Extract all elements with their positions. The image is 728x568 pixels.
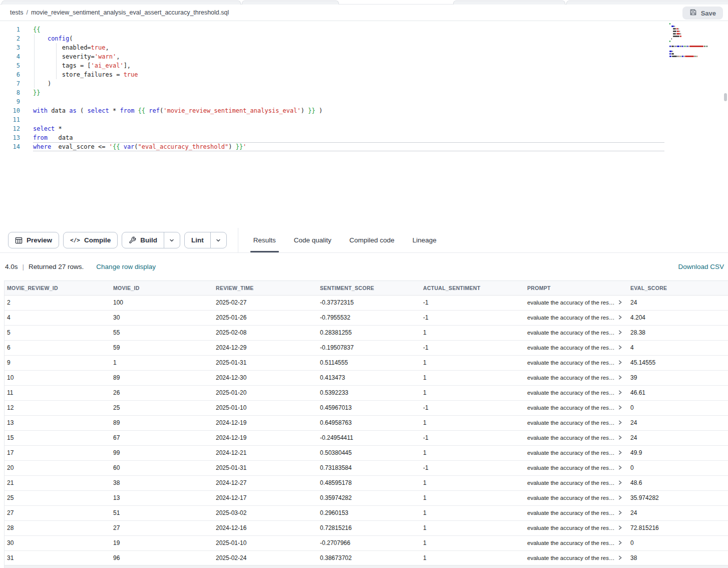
change-row-display-link[interactable]: Change row display: [96, 263, 156, 270]
table-cell: 10: [5, 371, 111, 385]
table-row: 28272024-12-160.728152161evaluate the ac…: [5, 521, 728, 536]
chevron-right-icon[interactable]: [617, 405, 623, 410]
table-cell: 27: [111, 521, 213, 535]
code-line[interactable]: 2 config(: [0, 34, 728, 43]
table-cell: 0: [628, 461, 728, 475]
chevron-right-icon[interactable]: [617, 540, 623, 545]
code-line[interactable]: 10with data as ( select * from {{ ref('m…: [0, 106, 728, 115]
chevron-right-icon[interactable]: [617, 495, 623, 500]
editor-tabs-strip: [0, 0, 728, 5]
table-cell: 0: [628, 536, 728, 550]
table-cell: 1: [421, 416, 525, 430]
table-cell: 38: [628, 551, 728, 565]
lint-button-group: Lint: [184, 232, 227, 248]
table-cell: 2025-02-27: [213, 296, 317, 310]
table-cell: 30: [111, 311, 213, 325]
table-cell: 55: [111, 326, 213, 340]
code-line[interactable]: 6 store_failures = true: [0, 70, 728, 79]
chevron-right-icon[interactable]: [617, 345, 623, 350]
chevron-right-icon[interactable]: [617, 420, 623, 425]
table-cell: 9: [5, 356, 111, 370]
prompt-cell: evaluate the accuracy of the res…: [525, 326, 628, 340]
results-table: MOVIE_REVIEW_IDMOVIE_IDREVIEW_TIMESENTIM…: [4, 280, 728, 568]
code-line-text: where eval_score <= '{{ var("eval_accura…: [33, 142, 664, 151]
prompt-cell: evaluate the accuracy of the res…: [525, 311, 628, 325]
preview-button[interactable]: Preview: [8, 232, 59, 248]
table-row: 10892024-12-300.4134731evaluate the accu…: [5, 371, 728, 386]
table-cell: 89: [111, 416, 213, 430]
build-dropdown-button[interactable]: [164, 232, 180, 248]
code-line[interactable]: 12select *: [0, 124, 728, 133]
code-line-text: from data: [33, 133, 73, 142]
column-header: MOVIE_ID: [111, 281, 213, 295]
chevron-right-icon[interactable]: [617, 390, 623, 395]
code-line[interactable]: 1{{: [0, 25, 728, 34]
chevron-right-icon[interactable]: [617, 315, 623, 320]
breadcrumb-separator: /: [26, 9, 28, 16]
table-cell: 51: [111, 506, 213, 520]
table-cell: 0.64958763: [317, 416, 421, 430]
chevron-right-icon[interactable]: [617, 450, 623, 455]
chevron-right-icon[interactable]: [617, 480, 623, 485]
table-cell: 2024-12-17: [213, 491, 317, 505]
build-button[interactable]: Build: [122, 232, 164, 248]
table-cell: -1: [421, 401, 525, 415]
table-row: 12252025-01-100.45967013-1evaluate the a…: [5, 401, 728, 416]
code-line[interactable]: 3 enabled=true,: [0, 43, 728, 52]
chevron-right-icon[interactable]: [617, 555, 623, 560]
table-cell: 48.6: [628, 476, 728, 490]
table-cell: 4: [628, 341, 728, 355]
horizontal-scrollbar[interactable]: [5, 565, 728, 568]
prompt-cell: evaluate the accuracy of the res…: [525, 356, 628, 370]
chevron-right-icon[interactable]: [617, 435, 623, 440]
code-line[interactable]: 13from data: [0, 133, 728, 142]
chevron-right-icon[interactable]: [617, 300, 623, 305]
download-csv-link[interactable]: Download CSV: [678, 263, 724, 270]
code-editor[interactable]: 1{{2 config(3 enabled=true,4 severity='w…: [0, 21, 728, 228]
lint-dropdown-button[interactable]: [210, 232, 226, 248]
chevron-right-icon[interactable]: [617, 375, 623, 380]
code-line[interactable]: 7 ): [0, 79, 728, 88]
code-line[interactable]: 11: [0, 115, 728, 124]
prompt-cell: evaluate the accuracy of the res…: [525, 536, 628, 550]
chevron-right-icon[interactable]: [617, 465, 623, 470]
table-cell: 67: [111, 431, 213, 445]
chevron-right-icon[interactable]: [617, 525, 623, 530]
code-line[interactable]: 5 tags = ['ai_eval'],: [0, 61, 728, 70]
chevron-down-icon: [215, 237, 221, 243]
lint-button[interactable]: Lint: [185, 232, 210, 248]
table-cell: -0.7955532: [317, 311, 421, 325]
code-line[interactable]: 14where eval_score <= '{{ var("eval_accu…: [0, 142, 728, 151]
table-cell: 27: [5, 506, 111, 520]
code-line[interactable]: 4 severity='warn',: [0, 52, 728, 61]
line-number: 1: [0, 25, 20, 34]
table-row: 13892024-12-190.649587631evaluate the ac…: [5, 416, 728, 431]
code-line-text: severity='warn',: [33, 52, 120, 61]
tab-results[interactable]: Results: [252, 228, 277, 252]
editor-scrollbar-thumb[interactable]: [724, 93, 727, 101]
table-header-row: MOVIE_REVIEW_IDMOVIE_IDREVIEW_TIMESENTIM…: [5, 280, 728, 296]
code-line[interactable]: 8}}: [0, 88, 728, 97]
table-row: 4302025-01-26-0.7955532-1evaluate the ac…: [5, 311, 728, 326]
prompt-cell: evaluate the accuracy of the res…: [525, 446, 628, 460]
table-cell: 2025-01-31: [213, 356, 317, 370]
table-cell: 1: [421, 551, 525, 565]
chevron-right-icon[interactable]: [617, 360, 623, 365]
chevron-right-icon[interactable]: [617, 510, 623, 515]
save-button[interactable]: Save: [682, 7, 723, 20]
table-cell: 0.48595178: [317, 476, 421, 490]
prompt-cell: evaluate the accuracy of the res…: [525, 401, 628, 415]
tab-code-quality[interactable]: Code quality: [293, 228, 332, 252]
table-cell: 0.73183584: [317, 461, 421, 475]
compile-button[interactable]: </> Compile: [63, 232, 118, 248]
table-cell: 2024-12-29: [213, 341, 317, 355]
tab-lineage[interactable]: Lineage: [412, 228, 438, 252]
table-cell: 0.50380445: [317, 446, 421, 460]
table-cell: 2025-01-10: [213, 401, 317, 415]
breadcrumb-folder[interactable]: tests: [10, 9, 23, 16]
code-line[interactable]: 9: [0, 97, 728, 106]
table-cell: 2025-02-24: [213, 551, 317, 565]
tab-compiled-code[interactable]: Compiled code: [348, 228, 396, 252]
table-cell: 28: [5, 521, 111, 535]
chevron-right-icon[interactable]: [617, 330, 623, 335]
